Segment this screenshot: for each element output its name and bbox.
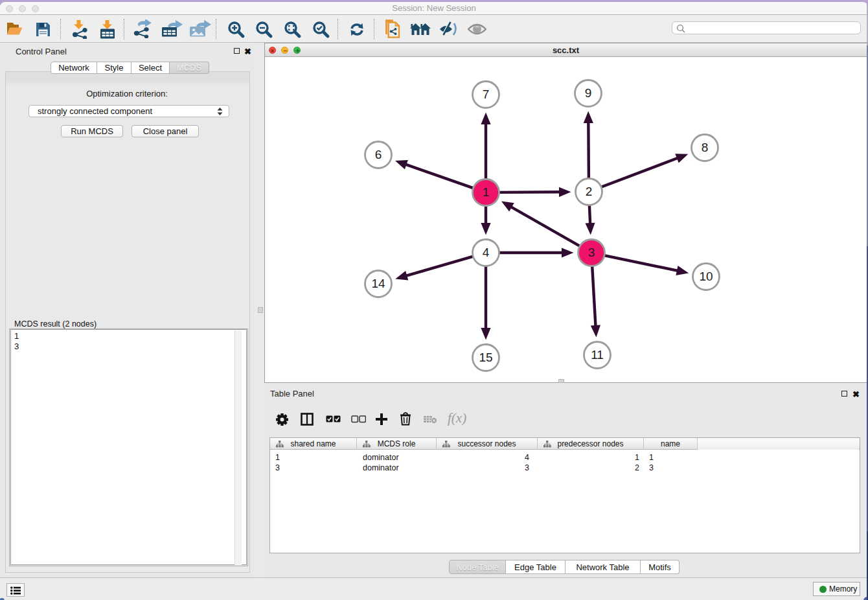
svg-text:2: 2 xyxy=(586,185,593,198)
svg-text:9: 9 xyxy=(585,86,592,100)
svg-text:8: 8 xyxy=(702,141,709,154)
svg-text:4: 4 xyxy=(483,246,490,259)
svg-text:11: 11 xyxy=(591,348,604,362)
svg-text:10: 10 xyxy=(699,270,713,283)
svg-text:1: 1 xyxy=(483,185,490,199)
svg-text:6: 6 xyxy=(375,148,382,161)
svg-text:3: 3 xyxy=(588,246,595,259)
svg-text:15: 15 xyxy=(479,351,492,364)
svg-text:7: 7 xyxy=(483,87,490,101)
svg-text:14: 14 xyxy=(371,277,385,290)
